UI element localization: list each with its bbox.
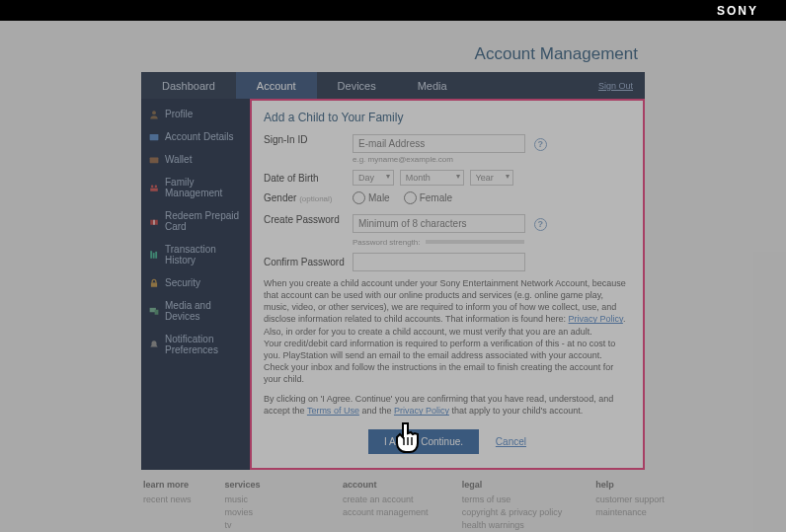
sidebar-item-media-devices[interactable]: Media and Devices (141, 294, 250, 328)
sidebar-item-family[interactable]: Family Management (141, 171, 250, 204)
svg-rect-13 (155, 310, 159, 315)
row-signin-id: Sign-In ID ? e.g. myname@example.com (264, 134, 631, 164)
help-icon[interactable]: ? (534, 218, 547, 231)
top-bar: SONY (0, 0, 786, 21)
footer-link[interactable]: account management (343, 507, 429, 517)
info-paragraph-2: By clicking on 'I Agree. Continue' you a… (264, 393, 631, 417)
sidebar-item-redeem[interactable]: Redeem Prepaid Card (141, 204, 250, 238)
footer-link[interactable]: maintenance (595, 507, 665, 517)
confirm-password-input[interactable] (353, 253, 525, 271)
dob-year-select[interactable]: Year (470, 170, 513, 186)
gender-female-radio[interactable] (404, 191, 417, 204)
devices-icon (149, 306, 159, 316)
page-title: Account Management (475, 44, 638, 63)
family-icon (149, 183, 159, 192)
footer-col-help: help customer support maintenance (595, 480, 665, 532)
bell-icon (149, 340, 159, 349)
sidebar-item-profile[interactable]: Profile (141, 103, 250, 125)
cancel-link[interactable]: Cancel (496, 436, 526, 447)
svg-rect-2 (150, 157, 159, 163)
info-paragraph-1: When you create a child account under yo… (264, 277, 631, 385)
tab-media[interactable]: Media (397, 72, 468, 99)
tab-bar: Dashboard Account Devices Media Sign Out (141, 72, 645, 99)
gender-label: Gender (optional) (264, 192, 353, 203)
row-confirm-password: Confirm Password (264, 253, 631, 271)
row-dob: Date of Birth Day Month Year (264, 170, 631, 186)
sidebar-item-label: Transaction History (165, 244, 242, 266)
signin-id-label: Sign-In ID (264, 134, 353, 145)
history-icon (149, 250, 159, 260)
sidebar-item-label: Family Management (165, 177, 242, 198)
app-container: Dashboard Account Devices Media Sign Out… (141, 72, 645, 470)
sidebar-item-label: Notification Preferences (165, 334, 242, 355)
footer-link[interactable]: music (225, 494, 310, 504)
svg-rect-7 (153, 220, 154, 225)
footer-col-legal: legal terms of use copyright & privacy p… (462, 480, 563, 532)
agree-continue-button[interactable]: I Agree. Continue. (368, 429, 479, 454)
privacy-policy-link-2[interactable]: Privacy Policy (394, 406, 449, 416)
svg-rect-10 (155, 252, 157, 259)
row-create-password: Create Password ? Password strength: (264, 214, 631, 247)
sidebar-item-notifications[interactable]: Notification Preferences (141, 328, 250, 361)
row-gender: Gender (optional) Male Female (264, 191, 631, 204)
sidebar-item-label: Security (165, 277, 200, 288)
page-background: Account Management Dashboard Account Dev… (0, 21, 786, 532)
svg-rect-11 (151, 282, 157, 286)
footer-col-title: help (595, 480, 665, 490)
wallet-icon (149, 155, 159, 165)
tab-dashboard[interactable]: Dashboard (141, 72, 236, 99)
sidebar-item-account-details[interactable]: Account Details (141, 125, 250, 148)
footer-link[interactable]: recent news (143, 494, 192, 504)
signin-id-input[interactable] (353, 134, 525, 153)
footer-link[interactable]: customer support (595, 494, 665, 504)
footer-col-title: learn more (143, 480, 192, 490)
sidebar-item-security[interactable]: Security (141, 271, 250, 294)
gift-icon (149, 216, 159, 226)
footer-col-title: account (343, 480, 429, 490)
sidebar: Profile Account Details Wallet Family Ma… (141, 99, 250, 470)
footer-link[interactable]: movies (225, 507, 310, 517)
gender-male-option[interactable]: Male (353, 191, 390, 204)
dob-day-select[interactable]: Day (353, 170, 394, 186)
footer-col-account: account create an account account manage… (343, 480, 429, 532)
footer-link[interactable]: terms of use (462, 494, 563, 504)
svg-point-4 (155, 186, 158, 189)
footer-link[interactable]: tv (225, 520, 310, 530)
create-password-input[interactable] (353, 214, 525, 233)
app-body: Profile Account Details Wallet Family Ma… (141, 99, 645, 470)
sidebar-item-label: Redeem Prepaid Card (165, 210, 242, 232)
sony-logo: SONY (717, 4, 758, 18)
footer-link[interactable]: copyright & privacy policy (462, 507, 563, 517)
user-icon (149, 110, 159, 119)
svg-rect-9 (153, 253, 155, 259)
footer-link[interactable]: create an account (343, 494, 429, 504)
card-icon (149, 132, 159, 142)
privacy-policy-link[interactable]: Privacy Policy (569, 314, 623, 324)
terms-of-use-link[interactable]: Terms of Use (307, 406, 359, 416)
pw-strength-bar (426, 240, 524, 244)
svg-rect-8 (150, 251, 152, 259)
sidebar-item-label: Media and Devices (165, 300, 242, 322)
main-panel: Add a Child to Your Family Sign-In ID ? … (250, 99, 645, 470)
sidebar-item-label: Profile (165, 109, 193, 119)
footer-col-services: services music movies tv games PlayMemor… (225, 480, 310, 532)
footer-col-title: services (225, 480, 310, 490)
sidebar-item-history[interactable]: Transaction History (141, 238, 250, 271)
sign-out-link[interactable]: Sign Out (598, 81, 633, 91)
pw-strength-label: Password strength: (353, 238, 420, 247)
svg-rect-1 (150, 133, 159, 139)
sidebar-item-wallet[interactable]: Wallet (141, 148, 250, 171)
footer-link[interactable]: health warnings (462, 520, 563, 530)
dob-month-select[interactable]: Month (400, 170, 464, 186)
help-icon[interactable]: ? (534, 138, 547, 151)
create-pw-label: Create Password (264, 214, 353, 225)
gender-male-radio[interactable] (353, 191, 365, 204)
panel-heading: Add a Child to Your Family (264, 111, 631, 124)
footer-col-title: legal (462, 480, 563, 490)
signin-id-hint: e.g. myname@example.com (353, 155, 631, 164)
gender-female-option[interactable]: Female (404, 191, 452, 204)
tab-account[interactable]: Account (236, 72, 317, 99)
tab-devices[interactable]: Devices (317, 72, 397, 99)
lock-icon (149, 278, 159, 288)
sidebar-item-label: Account Details (165, 131, 233, 142)
